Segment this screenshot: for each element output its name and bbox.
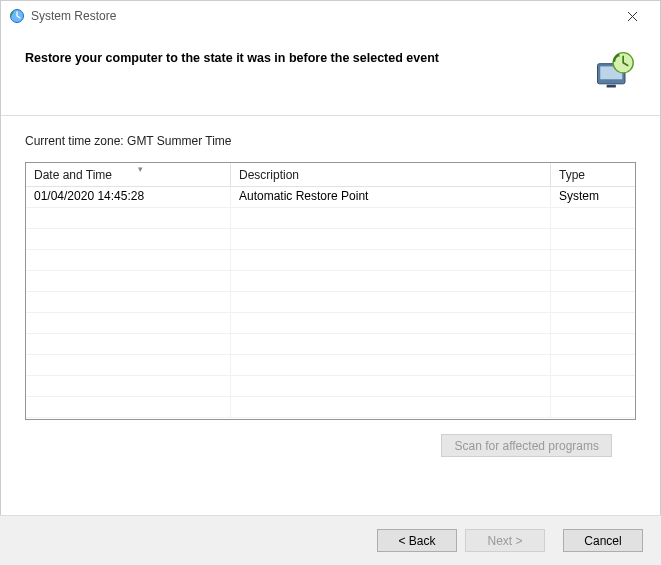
table-row (26, 334, 635, 355)
cell-description (231, 271, 551, 291)
cell-datetime (26, 292, 231, 312)
window-title: System Restore (31, 9, 612, 23)
cell-datetime (26, 313, 231, 333)
titlebar: System Restore (1, 1, 660, 31)
cell-description (231, 208, 551, 228)
content-area: Current time zone: GMT Summer Time Date … (1, 116, 660, 467)
sort-descending-icon: ▾ (138, 164, 143, 174)
table-row (26, 313, 635, 334)
table-header: Date and Time ▾ Description Type (26, 163, 635, 187)
cell-type (551, 397, 635, 417)
table-row (26, 376, 635, 397)
cell-type (551, 229, 635, 249)
cell-type (551, 208, 635, 228)
table-row (26, 229, 635, 250)
column-header-datetime[interactable]: Date and Time ▾ (26, 163, 231, 186)
cell-type (551, 271, 635, 291)
system-restore-icon (9, 8, 25, 24)
next-button[interactable]: Next > (465, 529, 545, 552)
cell-description (231, 250, 551, 270)
cell-datetime (26, 355, 231, 375)
cell-description: Automatic Restore Point (231, 187, 551, 207)
table-row (26, 250, 635, 271)
cell-description (231, 313, 551, 333)
table-row (26, 397, 635, 418)
column-label: Description (239, 168, 299, 182)
cell-description (231, 397, 551, 417)
restore-points-table[interactable]: Date and Time ▾ Description Type 01/04/2… (25, 162, 636, 420)
cell-description (231, 292, 551, 312)
cell-datetime (26, 229, 231, 249)
cell-description (231, 334, 551, 354)
restore-hero-icon (592, 49, 636, 93)
back-button[interactable]: < Back (377, 529, 457, 552)
table-row[interactable]: 01/04/2020 14:45:28Automatic Restore Poi… (26, 187, 635, 208)
cell-datetime (26, 397, 231, 417)
cell-datetime (26, 376, 231, 396)
cell-datetime (26, 334, 231, 354)
cell-type (551, 313, 635, 333)
table-body: 01/04/2020 14:45:28Automatic Restore Poi… (26, 187, 635, 418)
column-header-description[interactable]: Description (231, 163, 551, 186)
table-row (26, 292, 635, 313)
cell-datetime: 01/04/2020 14:45:28 (26, 187, 231, 207)
table-row (26, 355, 635, 376)
cell-type: System (551, 187, 635, 207)
column-label: Type (559, 168, 585, 182)
wizard-header: Restore your computer to the state it wa… (1, 31, 660, 105)
cell-type (551, 250, 635, 270)
cell-description (231, 355, 551, 375)
table-row (26, 271, 635, 292)
cell-datetime (26, 271, 231, 291)
cell-datetime (26, 208, 231, 228)
cancel-button[interactable]: Cancel (563, 529, 643, 552)
cell-type (551, 334, 635, 354)
wizard-footer: < Back Next > Cancel (0, 515, 661, 565)
column-label: Date and Time (34, 168, 112, 182)
close-button[interactable] (612, 2, 652, 30)
cell-type (551, 355, 635, 375)
cell-description (231, 229, 551, 249)
timezone-label: Current time zone: GMT Summer Time (25, 134, 636, 148)
column-header-type[interactable]: Type (551, 163, 635, 186)
svg-rect-3 (607, 85, 616, 88)
cell-description (231, 376, 551, 396)
cell-datetime (26, 250, 231, 270)
cell-type (551, 292, 635, 312)
page-heading: Restore your computer to the state it wa… (25, 49, 592, 65)
scan-affected-programs-button[interactable]: Scan for affected programs (441, 434, 612, 457)
table-row (26, 208, 635, 229)
cell-type (551, 376, 635, 396)
